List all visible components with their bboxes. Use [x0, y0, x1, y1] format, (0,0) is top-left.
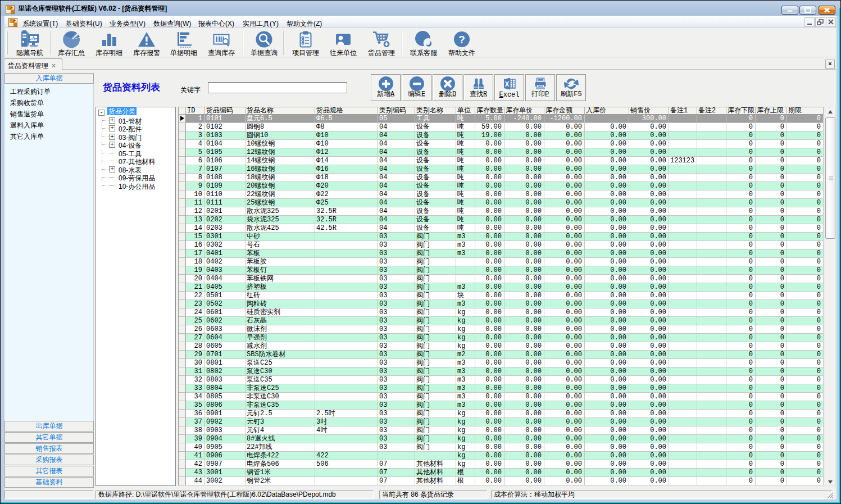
svg-text:?: ? [458, 34, 465, 46]
svg-text:X: X [504, 80, 509, 88]
